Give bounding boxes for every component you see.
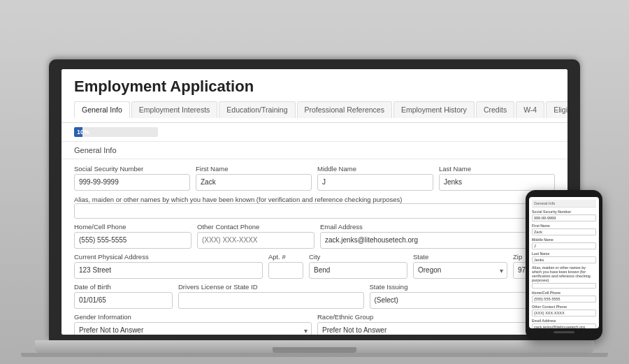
race-label: Race/Ethnic Group (317, 313, 555, 321)
home-phone-label: Home/Cell Phone (74, 223, 191, 231)
email-input[interactable] (320, 232, 555, 249)
home-phone-group: Home/Cell Phone (74, 223, 191, 249)
tab-employment-history[interactable]: Employment History (393, 101, 475, 118)
dob-group: Date of Birth (74, 283, 173, 309)
tab-education-training[interactable]: Education/Training (219, 101, 295, 118)
tab-employment-interests[interactable]: Employment Interests (131, 101, 218, 118)
email-label: Email Address (320, 223, 555, 231)
city-label: City (309, 253, 407, 261)
gender-select[interactable]: Prefer Not to Answer (74, 322, 312, 335)
page-title: Employment Application (74, 78, 555, 96)
gender-group: Gender Information Prefer Not to Answer (74, 313, 312, 335)
laptop-screen: Employment Application General Info Empl… (62, 69, 567, 335)
gender-label: Gender Information (74, 313, 312, 321)
form-row-address: Current Physical Address Apt. # City (74, 253, 555, 279)
tab-bar: General Info Employment Interests Educat… (74, 101, 555, 118)
phone: General Info Social Security Number 999-… (526, 190, 602, 340)
ssn-group: Social Security Number (74, 165, 190, 191)
email-group: Email Address (320, 223, 555, 249)
city-group: City (309, 253, 407, 279)
phone-field-firstname: First Name Zack (532, 224, 596, 235)
state-select-wrapper: Oregon (413, 262, 507, 279)
phone-field-otherphone: Other Contact Phone (XXX) XXX-XXXX (532, 305, 596, 316)
drivers-label: Drivers License or State ID (178, 283, 364, 291)
gender-select-wrapper: Prefer Not to Answer (74, 322, 312, 335)
dob-label: Date of Birth (74, 283, 173, 291)
tab-general-info[interactable]: General Info (74, 101, 130, 118)
progress-fill: 10% (74, 127, 82, 137)
address-input[interactable] (74, 262, 263, 279)
phone-tab-bar: General Info (532, 200, 596, 208)
apt-group: Apt. # (268, 253, 303, 279)
section-title: General Info (62, 142, 567, 159)
last-name-input[interactable] (439, 174, 555, 191)
drivers-group: Drivers License or State ID (178, 283, 364, 309)
progress-area: 10% (62, 123, 567, 142)
alias-input[interactable] (74, 203, 555, 219)
drivers-input[interactable] (178, 292, 364, 309)
laptop-bezel: Employment Application General Info Empl… (49, 59, 580, 340)
phone-field-alias: Alias, maiden or other names by which yo… (532, 265, 596, 289)
phone-home-indicator (554, 331, 574, 333)
laptop: Employment Application General Info Empl… (49, 59, 580, 357)
apt-label: Apt. # (268, 253, 303, 261)
scene: Employment Application General Info Empl… (7, 8, 622, 357)
alias-label: Alias, maiden or other names by which yo… (74, 196, 402, 203)
race-group: Race/Ethnic Group (317, 313, 555, 335)
form-row-name: Social Security Number First Name Middle… (74, 165, 555, 191)
phone-field-middlename: Middle Name J (532, 238, 596, 249)
other-phone-group: Other Contact Phone (197, 223, 314, 249)
middle-name-group: Middle Name (317, 165, 433, 191)
phone-screen: General Info Social Security Number 999-… (529, 197, 599, 328)
first-name-group: First Name (196, 165, 312, 191)
tab-professional-references[interactable]: Professional References (297, 101, 392, 118)
last-name-group: Last Name (439, 165, 555, 191)
state-label: State (413, 253, 507, 261)
middle-name-label: Middle Name (317, 165, 433, 173)
city-input[interactable] (309, 262, 407, 279)
app: Employment Application General Info Empl… (62, 69, 567, 335)
phone-field-lastname: Last Name Jenks (532, 252, 596, 263)
app-header: Employment Application General Info Empl… (62, 69, 567, 123)
tab-credits[interactable]: Credits (476, 101, 514, 118)
last-name-label: Last Name (439, 165, 555, 173)
race-input[interactable] (317, 322, 555, 335)
alias-group: Alias, maiden or other names by which yo… (74, 195, 555, 223)
progress-bar: 10% (74, 127, 158, 137)
first-name-label: First Name (196, 165, 312, 173)
form-row-demographics: Gender Information Prefer Not to Answer … (74, 313, 555, 335)
phone-field-ssn: Social Security Number 999-99-9999 (532, 210, 596, 221)
laptop-base (35, 340, 594, 353)
address-group: Current Physical Address (74, 253, 263, 279)
dob-input[interactable] (74, 292, 173, 309)
other-phone-label: Other Contact Phone (197, 223, 314, 231)
phone-field-homephone: Home/Cell Phone (555) 555-5555 (532, 291, 596, 303)
address-label: Current Physical Address (74, 253, 263, 261)
laptop-foot (21, 353, 608, 357)
phone-field-email: Email Address zack.jenks@litehousetech.o… (532, 319, 596, 328)
ssn-input[interactable] (74, 174, 190, 191)
tab-eligibility[interactable]: Eligibility (546, 101, 567, 118)
form-area: Social Security Number First Name Middle… (62, 159, 567, 335)
other-phone-input[interactable] (197, 232, 314, 249)
progress-label: 10% (77, 129, 89, 136)
tab-w4[interactable]: W-4 (516, 101, 544, 118)
form-row-contact: Home/Cell Phone Other Contact Phone Emai… (74, 223, 555, 249)
middle-name-input[interactable] (317, 174, 433, 191)
ssn-label: Social Security Number (74, 165, 190, 173)
form-row-id: Date of Birth Drivers License or State I… (74, 283, 555, 309)
home-phone-input[interactable] (74, 232, 191, 249)
apt-input[interactable] (268, 262, 303, 279)
state-group: State Oregon (413, 253, 507, 279)
first-name-input[interactable] (196, 174, 312, 191)
state-select[interactable]: Oregon (413, 262, 507, 279)
